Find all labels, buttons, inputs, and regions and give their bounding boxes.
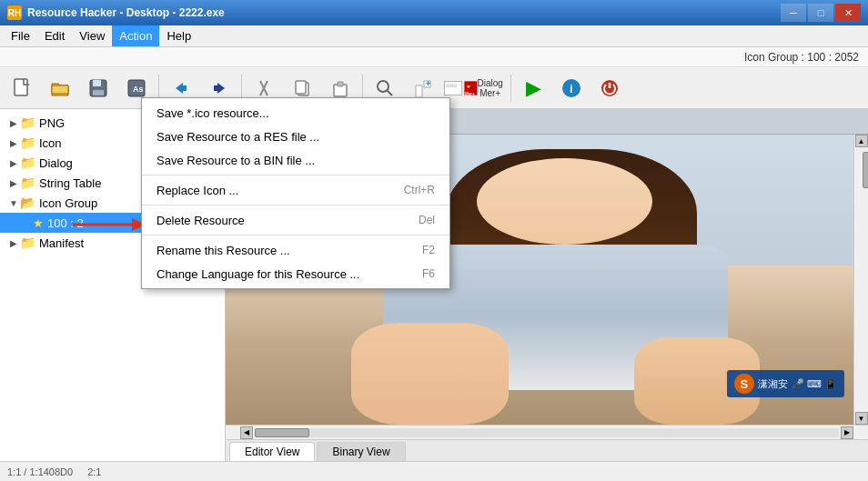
status-bar: 1:1 / 1:1408D0 2:1	[0, 461, 868, 481]
ctx-replace-icon[interactable]: Replace Icon ... Ctrl+R	[142, 178, 449, 202]
scroll-left[interactable]: ◀	[240, 426, 253, 439]
tree-arrow-icon: ▶	[7, 138, 20, 148]
toolbar-open[interactable]	[42, 71, 78, 105]
minimize-button[interactable]: ─	[781, 4, 806, 22]
ctx-change-lang[interactable]: Change Language for this Resource ... F6	[142, 262, 449, 286]
menu-file[interactable]: File	[4, 25, 37, 46]
status-left: 1:1 / 1:1408D0	[7, 466, 73, 477]
info-bar: Icon Group : 100 : 2052	[0, 47, 868, 67]
tree-label-dialog: Dialog	[39, 156, 73, 170]
scroll-down[interactable]: ▼	[855, 412, 868, 425]
watermark-text: 潇湘安	[758, 377, 788, 391]
window-controls: ─ □ ✕	[781, 4, 861, 22]
scroll-right[interactable]: ▶	[841, 426, 853, 439]
maximize-button[interactable]: □	[808, 4, 833, 22]
folder-icon-icon: 📁	[20, 135, 35, 150]
scroll-up[interactable]: ▲	[855, 135, 868, 147]
hscroll-thumb[interactable]	[255, 428, 309, 437]
ctx-delete-label: Delete Resource	[156, 214, 245, 227]
ctx-rename-shortcut: F2	[422, 244, 435, 256]
ctx-rename-label: Rename this Resource ...	[156, 244, 290, 257]
ctx-replace-icon-label: Replace Icon ...	[156, 184, 238, 197]
svg-rect-7	[183, 85, 187, 91]
ctx-sep-2	[142, 205, 449, 205]
context-menu: Save *.ico resource... Save Resource to …	[141, 97, 450, 289]
ctx-delete-shortcut: Del	[419, 214, 435, 226]
tree-label-manifest: Manifest	[39, 236, 84, 250]
ctx-save-ico[interactable]: Save *.ico resource...	[142, 101, 449, 125]
menu-view[interactable]: View	[72, 25, 112, 46]
watermark-icon: S	[734, 374, 754, 394]
menu-help[interactable]: Help	[159, 25, 198, 46]
ctx-save-res[interactable]: Save Resource to a RES file ...	[142, 125, 449, 148]
window-title: Resource Hacker - Desktop - 2222.exe	[27, 6, 781, 19]
svg-text:As: As	[133, 85, 144, 94]
svg-rect-9	[214, 85, 217, 91]
ctx-save-res-label: Save Resource to a RES file ...	[156, 130, 319, 144]
arrow-indicator	[73, 215, 146, 237]
scroll-thumb[interactable]	[863, 152, 869, 188]
tree-arrow-icongroup: ▼	[7, 198, 20, 208]
folder-icon-stringtable: 📁	[20, 175, 35, 190]
tree-arrow-png: ▶	[7, 118, 20, 128]
tree-label-png: PNG	[39, 116, 65, 130]
svg-text:+: +	[426, 79, 430, 88]
ctx-save-bin[interactable]: Save Resource to a BIN file ...	[142, 148, 449, 172]
menu-action[interactable]: Action	[112, 25, 159, 46]
app-icon: RH	[7, 5, 22, 20]
title-bar: RH Resource Hacker - Desktop - 2222.exe …	[0, 0, 868, 25]
tab-editor[interactable]: Editor View	[229, 442, 315, 461]
tree-arrow-stringtable: ▶	[7, 178, 20, 188]
folder-icon-icongroup: 📂	[20, 195, 35, 210]
svg-rect-18	[416, 85, 422, 97]
ctx-sep-1	[142, 175, 449, 175]
tree-label-stringtable: String Table	[39, 176, 101, 190]
tree-label-icon: Icon	[39, 136, 62, 150]
ctx-rename[interactable]: Rename this Resource ... F2	[142, 238, 449, 262]
ctx-change-lang-shortcut: F6	[422, 267, 435, 280]
svg-rect-15	[338, 82, 343, 86]
toolbar-save[interactable]	[80, 71, 116, 105]
svg-line-17	[387, 90, 392, 95]
tab-bar: Editor View Binary View	[226, 439, 868, 461]
ctx-save-bin-label: Save Resource to a BIN file ...	[156, 154, 315, 167]
toolbar-dialog[interactable]: ⬜⬜⬜ Mer+ Dialog Mer+	[443, 71, 507, 105]
menu-edit[interactable]: Edit	[37, 25, 72, 46]
toolbar-new[interactable]	[4, 71, 40, 105]
svg-rect-0	[15, 79, 27, 95]
horizontal-scrollbar[interactable]: ◀ ▶	[226, 425, 868, 439]
tree-label-icongroup: Icon Group	[39, 196, 97, 210]
star-icon: ★	[33, 216, 44, 230]
svg-rect-3	[93, 90, 104, 95]
menu-bar: File Edit View Action Help	[0, 25, 868, 47]
tab-binary[interactable]: Binary View	[317, 442, 405, 461]
svg-text:⬜⬜⬜: ⬜⬜⬜	[446, 84, 457, 87]
toolbar-info[interactable]: i	[553, 71, 590, 105]
folder-icon-dialog: 📁	[20, 155, 35, 170]
svg-marker-6	[176, 83, 183, 94]
tree-arrow-dialog: ▶	[7, 158, 20, 168]
toolbar-sep-4	[510, 75, 511, 102]
ctx-sep-3	[142, 235, 449, 235]
watermark: S 潇湘安 🎤 ⌨ 📱	[727, 370, 844, 397]
toolbar-run[interactable]: ▶	[515, 71, 551, 105]
svg-marker-8	[217, 83, 225, 94]
ctx-delete[interactable]: Delete Resource Del	[142, 208, 449, 232]
toolbar-power[interactable]	[591, 71, 628, 105]
status-zoom: 2:1	[87, 466, 101, 477]
tree-arrow-manifest: ▶	[7, 238, 20, 248]
svg-text:Mer+: Mer+	[465, 92, 475, 96]
svg-rect-2	[93, 80, 101, 86]
svg-rect-13	[296, 81, 306, 94]
folder-icon-png: 📁	[20, 115, 35, 130]
ctx-change-lang-label: Change Language for this Resource ...	[156, 267, 359, 281]
watermark-icons: 🎤 ⌨ 📱	[792, 378, 837, 390]
close-button[interactable]: ✕	[835, 4, 861, 22]
ctx-save-ico-label: Save *.ico resource...	[156, 106, 269, 120]
svg-text:i: i	[570, 82, 573, 95]
icon-group-info: Icon Group : 100 : 2052	[744, 51, 859, 64]
vertical-scrollbar[interactable]: ▲ ▼	[853, 135, 868, 425]
ctx-replace-icon-shortcut: Ctrl+R	[404, 184, 435, 196]
folder-icon-manifest: 📁	[20, 235, 35, 250]
